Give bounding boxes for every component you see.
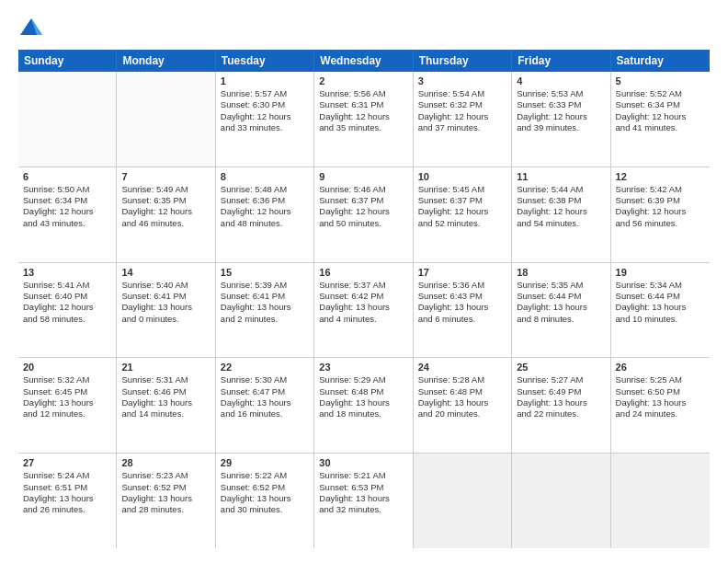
cal-cell: 30Sunrise: 5:21 AMSunset: 6:53 PMDayligh… xyxy=(314,454,413,548)
cell-info-line: Daylight: 12 hours xyxy=(517,111,605,122)
header-cell-wednesday: Wednesday xyxy=(314,50,413,72)
cell-info-line: Sunset: 6:35 PM xyxy=(121,195,210,206)
day-number: 15 xyxy=(221,267,309,278)
cell-info-line: Daylight: 13 hours xyxy=(517,302,605,313)
day-number: 21 xyxy=(121,362,210,373)
cell-info-line: and 56 minutes. xyxy=(616,218,705,229)
cell-info-line: Daylight: 13 hours xyxy=(319,493,407,504)
cell-info-line: Sunset: 6:52 PM xyxy=(121,482,210,493)
day-number: 28 xyxy=(121,457,210,468)
cell-info-line: and 58 minutes. xyxy=(23,314,111,325)
day-number: 22 xyxy=(221,362,309,373)
day-number: 13 xyxy=(23,267,111,278)
day-number: 16 xyxy=(319,267,407,278)
cell-info-line: Sunrise: 5:22 AM xyxy=(221,470,309,481)
cell-info-line: and 54 minutes. xyxy=(517,218,605,229)
cell-info-line: Sunrise: 5:42 AM xyxy=(616,184,705,195)
cal-cell: 12Sunrise: 5:42 AMSunset: 6:39 PMDayligh… xyxy=(611,167,710,262)
day-number: 14 xyxy=(121,267,210,278)
cell-info-line: and 0 minutes. xyxy=(121,314,210,325)
cell-info-line: Sunrise: 5:36 AM xyxy=(418,280,506,291)
day-number: 30 xyxy=(319,457,407,468)
day-number: 10 xyxy=(418,171,506,182)
week-row-2: 6Sunrise: 5:50 AMSunset: 6:34 PMDaylight… xyxy=(18,167,710,263)
cell-info-line: Sunset: 6:41 PM xyxy=(221,291,309,302)
header-cell-saturday: Saturday xyxy=(611,50,710,72)
cell-info-line: Sunrise: 5:48 AM xyxy=(221,184,309,195)
cell-info-line: Daylight: 13 hours xyxy=(221,397,309,408)
cell-info-line: Daylight: 13 hours xyxy=(23,493,111,504)
header-cell-monday: Monday xyxy=(117,50,215,72)
cell-info-line: and 12 minutes. xyxy=(23,408,111,419)
cell-info-line: Sunrise: 5:32 AM xyxy=(23,374,111,385)
cal-cell xyxy=(117,72,215,167)
cell-info-line: and 52 minutes. xyxy=(418,218,506,229)
cell-info-line: Daylight: 13 hours xyxy=(418,397,506,408)
cell-info-line: and 39 minutes. xyxy=(517,122,605,133)
header-cell-friday: Friday xyxy=(512,50,610,72)
cal-cell: 11Sunrise: 5:44 AMSunset: 6:38 PMDayligh… xyxy=(512,167,610,262)
page: SundayMondayTuesdayWednesdayThursdayFrid… xyxy=(0,0,728,563)
cell-info-line: Sunset: 6:52 PM xyxy=(221,482,309,493)
cell-info-line: and 37 minutes. xyxy=(418,122,506,133)
cell-info-line: Daylight: 13 hours xyxy=(418,302,506,313)
day-number: 27 xyxy=(23,457,111,468)
cell-info-line: Sunset: 6:47 PM xyxy=(221,386,309,397)
cell-info-line: and 33 minutes. xyxy=(221,122,309,133)
cell-info-line: Sunset: 6:37 PM xyxy=(418,195,506,206)
cell-info-line: Sunrise: 5:35 AM xyxy=(517,280,605,291)
day-number: 25 xyxy=(517,362,605,373)
day-number: 9 xyxy=(319,171,407,182)
cell-info-line: Sunset: 6:44 PM xyxy=(616,291,705,302)
cal-cell: 14Sunrise: 5:40 AMSunset: 6:41 PMDayligh… xyxy=(117,263,215,358)
cal-cell: 6Sunrise: 5:50 AMSunset: 6:34 PMDaylight… xyxy=(18,167,117,262)
day-number: 4 xyxy=(517,75,605,86)
cell-info-line: Sunrise: 5:23 AM xyxy=(121,470,210,481)
cal-cell: 8Sunrise: 5:48 AMSunset: 6:36 PMDaylight… xyxy=(216,167,314,262)
week-row-3: 13Sunrise: 5:41 AMSunset: 6:40 PMDayligh… xyxy=(18,263,710,359)
day-number: 5 xyxy=(616,75,705,86)
cell-info-line: Sunrise: 5:31 AM xyxy=(121,374,210,385)
cell-info-line: Daylight: 12 hours xyxy=(517,206,605,217)
cell-info-line: Daylight: 13 hours xyxy=(319,397,407,408)
cell-info-line: and 6 minutes. xyxy=(418,314,506,325)
day-number: 19 xyxy=(616,267,705,278)
cell-info-line: Daylight: 13 hours xyxy=(616,397,705,408)
cal-cell: 27Sunrise: 5:24 AMSunset: 6:51 PMDayligh… xyxy=(18,454,117,548)
day-number: 2 xyxy=(319,75,407,86)
cal-cell: 1Sunrise: 5:57 AMSunset: 6:30 PMDaylight… xyxy=(216,72,314,167)
day-number: 29 xyxy=(221,457,309,468)
cell-info-line: Sunset: 6:34 PM xyxy=(23,195,111,206)
cell-info-line: Sunset: 6:40 PM xyxy=(23,291,111,302)
calendar-header-row: SundayMondayTuesdayWednesdayThursdayFrid… xyxy=(18,50,710,72)
cal-cell: 3Sunrise: 5:54 AMSunset: 6:32 PMDaylight… xyxy=(414,72,512,167)
cal-cell xyxy=(512,454,610,548)
cell-info-line: Daylight: 12 hours xyxy=(418,111,506,122)
cal-cell: 24Sunrise: 5:28 AMSunset: 6:48 PMDayligh… xyxy=(414,358,512,453)
cal-cell: 19Sunrise: 5:34 AMSunset: 6:44 PMDayligh… xyxy=(611,263,710,358)
cell-info-line: Sunrise: 5:49 AM xyxy=(121,184,210,195)
cell-info-line: Daylight: 12 hours xyxy=(221,206,309,217)
cell-info-line: Sunrise: 5:54 AM xyxy=(418,88,506,99)
cell-info-line: Sunrise: 5:34 AM xyxy=(616,280,705,291)
week-row-1: 1Sunrise: 5:57 AMSunset: 6:30 PMDaylight… xyxy=(18,72,710,167)
cell-info-line: and 41 minutes. xyxy=(616,122,705,133)
cell-info-line: and 50 minutes. xyxy=(319,218,407,229)
cal-cell: 17Sunrise: 5:36 AMSunset: 6:43 PMDayligh… xyxy=(414,263,512,358)
cal-cell: 28Sunrise: 5:23 AMSunset: 6:52 PMDayligh… xyxy=(117,454,215,548)
header-cell-tuesday: Tuesday xyxy=(216,50,314,72)
cal-cell: 20Sunrise: 5:32 AMSunset: 6:45 PMDayligh… xyxy=(18,358,117,453)
day-number: 1 xyxy=(221,75,309,86)
cell-info-line: Sunset: 6:44 PM xyxy=(517,291,605,302)
cal-cell: 25Sunrise: 5:27 AMSunset: 6:49 PMDayligh… xyxy=(512,358,610,453)
cell-info-line: Sunset: 6:48 PM xyxy=(319,386,407,397)
day-number: 23 xyxy=(319,362,407,373)
cell-info-line: and 43 minutes. xyxy=(23,218,111,229)
header xyxy=(18,15,710,40)
logo xyxy=(18,15,48,40)
cell-info-line: Daylight: 13 hours xyxy=(221,493,309,504)
cal-cell: 13Sunrise: 5:41 AMSunset: 6:40 PMDayligh… xyxy=(18,263,117,358)
cell-info-line: and 26 minutes. xyxy=(23,504,111,515)
cell-info-line: Sunset: 6:31 PM xyxy=(319,99,407,110)
day-number: 20 xyxy=(23,362,111,373)
